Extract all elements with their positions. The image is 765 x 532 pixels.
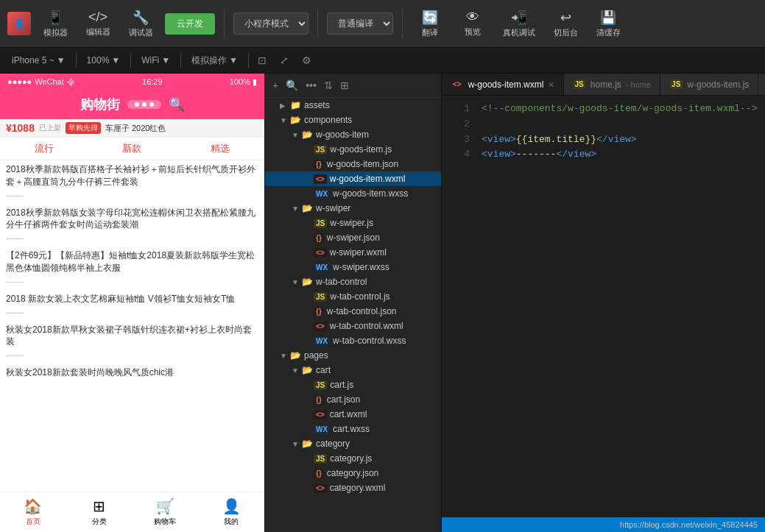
list-item[interactable]: 秋装女2018新款早秋女装裙子韩版针织连衣裙+衬衫上衣时尚套装 ------ <box>6 324 258 361</box>
more-icon[interactable]: ••• <box>304 78 318 93</box>
code-dashes: ------- <box>516 147 557 163</box>
list-item[interactable]: 2018秋季新款韩版女装字母印花宽松连帽休闲卫衣搭配松紧腰九分牛仔裤两件套女时尚… <box>6 207 258 244</box>
file-cart-wxml[interactable]: <> cart.wxml <box>265 407 441 422</box>
sec-divider-4 <box>248 53 249 68</box>
clear-button[interactable]: 💾 清缓存 <box>590 7 627 41</box>
user-avatar[interactable]: 👤 <box>7 12 31 35</box>
folder-w-swiper[interactable]: ▼ 📂 w-swiper <box>265 201 441 216</box>
wifi-label: WiFi <box>141 55 159 65</box>
file-category-js[interactable]: JS category.js <box>265 451 441 466</box>
folder-w-goods-item[interactable]: ▼ 📂 w-goods-item <box>265 127 441 142</box>
collapse-icon[interactable]: ⊞ <box>339 78 350 93</box>
sim-op-selector[interactable]: 模拟操作 ▼ <box>186 53 244 68</box>
folder-pages[interactable]: ▼ 📂 pages <box>265 348 441 363</box>
goods-sep: ------ <box>6 350 258 361</box>
folder-components[interactable]: ▼ 📂 components <box>265 113 441 127</box>
code-line-3: 3 <view>{{item.title}}</view> <box>442 132 765 148</box>
tab-subtitle: - home <box>626 80 651 89</box>
file-w-tab-control-js[interactable]: JS w-tab-control.js <box>265 289 441 304</box>
wifi-selector[interactable]: WiFi ▼ <box>135 54 176 67</box>
debug-button[interactable]: 🔧 调试器 <box>122 7 159 41</box>
settings-icon-btn[interactable]: ⚙ <box>297 53 316 68</box>
search-icon[interactable]: 🔍 <box>169 96 185 113</box>
bottom-nav-cart[interactable]: 🛒 购物车 <box>133 492 199 532</box>
tab-popular[interactable]: 流行 <box>35 142 54 155</box>
file-name: w-tab-control.wxml <box>330 321 403 331</box>
file-w-tab-control-json[interactable]: {} w-tab-control.json <box>265 304 441 319</box>
file-w-swiper-json[interactable]: {} w-swiper.json <box>265 230 441 245</box>
compile-select[interactable]: 普通编译 <box>327 13 393 35</box>
file-w-goods-item-js[interactable]: JS w-goods-item.js <box>265 142 441 157</box>
file-w-swiper-wxss[interactable]: WX w-swiper.wxss <box>265 260 441 274</box>
file-w-goods-item-wxml[interactable]: <> w-goods-item.wxml <box>265 171 441 186</box>
goods-title: 秋装女2018新款套装时尚晚晚风气质chic港 <box>6 366 258 379</box>
code-content[interactable]: 1 <!--components/w-goods-item/w-goods-it… <box>442 96 765 517</box>
iphone-selector[interactable]: iPhone 5 ~ ▼ <box>6 54 71 67</box>
tab-w-goods-item-wxml[interactable]: <> w-goods-item.wxml × <box>442 74 564 95</box>
preview-button[interactable]: 👁 预览 <box>454 7 491 40</box>
phone-content[interactable]: ¥1088 已上架 早购先得 车厘子 2020红色 流行 新款 精选 2018秋… <box>0 119 264 492</box>
tab-selected[interactable]: 精选 <box>211 142 230 155</box>
goods-sep: ------ <box>6 233 258 244</box>
cloud-button[interactable]: 云开发 <box>165 13 215 35</box>
file-cart-wxss[interactable]: WX cart.wxss <box>265 422 441 436</box>
editor-button[interactable]: </> 编辑器 <box>80 7 116 40</box>
file-category-json[interactable]: {} category.json <box>265 466 441 480</box>
goods-title: 【2件69元】【新品特惠】短袖t恤女2018夏装新款韩版学生宽松黑色体恤圆领纯棉… <box>6 249 258 274</box>
file-cart-js[interactable]: JS cart.js <box>265 377 441 392</box>
signal-icon: 令 <box>67 77 75 88</box>
battery-label: 100% <box>230 77 250 86</box>
file-w-tab-control-wxss[interactable]: WX w-tab-control.wxss <box>265 333 441 348</box>
zoom-label: 100% <box>87 55 110 65</box>
folder-name: w-tab-control <box>316 277 367 287</box>
rotate-icon-btn[interactable]: ⤢ <box>275 53 293 68</box>
goods-sep: ------ <box>6 277 258 287</box>
phone-icon: 📲 <box>511 10 527 26</box>
tab-home-js[interactable]: JS home.js - home <box>564 74 661 95</box>
zoom-selector[interactable]: 100% ▼ <box>81 54 127 67</box>
resize-icon-btn[interactable]: ⊡ <box>253 53 271 68</box>
list-item[interactable]: 【2件69元】【新品特惠】短袖t恤女2018夏装新款韩版学生宽松黑色体恤圆领纯棉… <box>6 249 258 287</box>
tab-close-icon[interactable]: × <box>548 79 554 91</box>
sort-icon[interactable]: ⇅ <box>322 78 334 93</box>
phone-status-bar: ●●●●● WeChat 令 16:29 100% ▮ <box>0 74 264 90</box>
tab-new[interactable]: 新款 <box>122 142 141 155</box>
preview-label: 预览 <box>465 26 481 38</box>
folder-w-tab-control[interactable]: ▼ 📂 w-tab-control <box>265 274 441 289</box>
simulator-icon: 📱 <box>47 10 63 26</box>
js-badge: JS <box>314 219 327 228</box>
wxml-badge: <> <box>314 410 327 419</box>
folder-name: w-goods-item <box>316 130 369 140</box>
mini-mode-select[interactable]: 小程序模式 <box>233 13 309 35</box>
file-w-tab-control-wxml[interactable]: <> w-tab-control.wxml <box>265 319 441 333</box>
console-button[interactable]: ↩ 切后台 <box>547 7 584 41</box>
bottom-nav-home[interactable]: 🏠 首页 <box>0 492 66 532</box>
file-w-goods-item-wxss[interactable]: WX w-goods-item.wxss <box>265 186 441 201</box>
list-item[interactable]: 秋装女2018新款套装时尚晚晚风气质chic港 <box>6 366 258 379</box>
file-cart-json[interactable]: {} cart.json <box>265 392 441 407</box>
phone-app-header: 购物街 🔍 <box>0 90 264 119</box>
file-category-wxml[interactable]: <> category.wxml <box>265 480 441 495</box>
list-item[interactable]: 2018秋季新款韩版百搭格子长袖衬衫＋前短后长针织气质开衫外套＋高腰直筒九分牛仔… <box>6 163 258 201</box>
tab-w-goods-item-js[interactable]: JS w-goods-item.js <box>660 74 758 95</box>
file-w-swiper-wxml[interactable]: <> w-swiper.wxml <box>265 245 441 260</box>
list-item[interactable]: 2018 新款女装上衣文艺棉麻短袖t恤 V领衫T恤女短袖女T恤 —— <box>6 293 258 318</box>
bottom-nav-category[interactable]: ⊞ 分类 <box>66 492 133 532</box>
real-debug-button[interactable]: 📲 真机调试 <box>497 7 541 41</box>
bottom-nav-profile[interactable]: 👤 我的 <box>198 492 264 532</box>
folder-cart[interactable]: ▼ 📂 cart <box>265 363 441 377</box>
file-name: w-tab-control.wxss <box>333 336 406 346</box>
simulator-button[interactable]: 📱 模拟器 <box>37 7 74 41</box>
search-tree-icon[interactable]: 🔍 <box>284 78 300 93</box>
code-line-4: 4 <view>-------</view> <box>442 147 765 163</box>
file-w-goods-item-json[interactable]: {} w-goods-item.json <box>265 157 441 171</box>
translate-button[interactable]: 🔄 翻译 <box>412 7 448 41</box>
add-file-icon[interactable]: + <box>271 78 280 93</box>
battery-icon: ▮ <box>253 77 257 87</box>
file-w-swiper-js[interactable]: JS w-swiper.js <box>265 216 441 230</box>
folder-category[interactable]: ▼ 📂 category <box>265 436 441 451</box>
folder-assets[interactable]: ▶ 📁 assets <box>265 98 441 113</box>
wxss-badge: WX <box>314 336 330 346</box>
folder-name: assets <box>304 100 330 110</box>
simulator-label: 模拟器 <box>43 27 68 38</box>
